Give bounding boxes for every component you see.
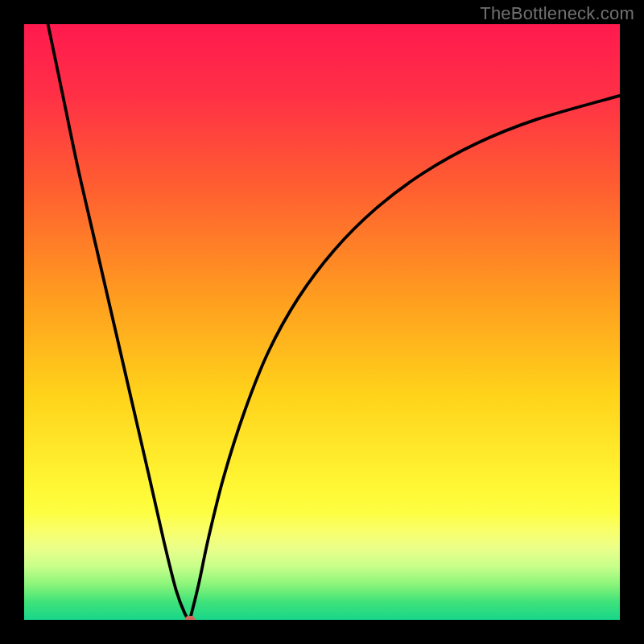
plot-area (24, 24, 620, 620)
curve-layer (24, 24, 620, 620)
chart-frame: TheBottleneck.com (0, 0, 644, 644)
watermark-text: TheBottleneck.com (480, 3, 634, 24)
minimum-marker (184, 616, 195, 620)
curve-right-branch (190, 96, 620, 620)
curve-left-branch (48, 24, 190, 620)
